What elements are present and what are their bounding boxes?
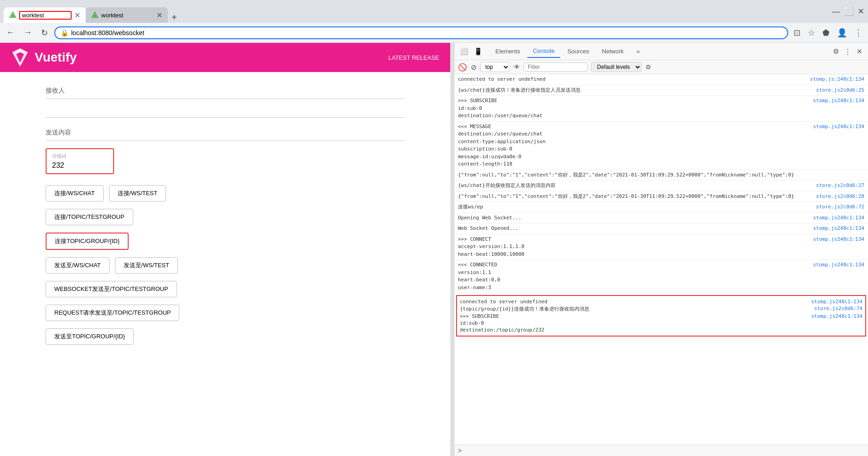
console-filter-toggle-icon[interactable]: ⊘	[471, 63, 477, 72]
devtools-icons: ⬜ 📱	[458, 47, 484, 57]
btn-ws-test-connect[interactable]: 连接/WS/TEST	[109, 185, 166, 202]
devtools-header: ⬜ 📱 Elements Console Sources Network » ⚙…	[454, 43, 868, 60]
tab-elements[interactable]: Elements	[490, 45, 525, 57]
recipient-input[interactable]	[46, 106, 405, 118]
console-clear-icon[interactable]: 🚫	[458, 63, 467, 72]
tab-console[interactable]: Console	[527, 45, 560, 58]
log-entry-7: 连接ws/ep store.js2c0d6:72	[454, 202, 868, 213]
app-header: Vuetify LATEST RELEASE	[0, 43, 450, 72]
window-minimize[interactable]: —	[832, 7, 840, 16]
group-id-box[interactable]: 分组id 232	[46, 148, 114, 174]
button-row-2: 连接/TOPIC/TESTGROUP	[46, 209, 405, 225]
address-input[interactable]	[71, 29, 782, 36]
tab-network[interactable]: Network	[597, 45, 629, 57]
tab-title-2: worktest	[101, 12, 154, 19]
button-row-4: 发送至/WS/CHAT 发送至/WS/TEST	[46, 257, 405, 274]
back-button[interactable]: ←	[4, 26, 17, 39]
window-maximize[interactable]: ⬜	[844, 6, 854, 16]
log-entry-1: {ws/chat}连接成功！准备进行接收指定人员发送消息 store.js2c0…	[454, 85, 868, 96]
console-input[interactable]	[463, 447, 864, 454]
log-entry-highlighted: connected to server undefined stomp.js24…	[456, 295, 866, 337]
settings-gear-icon[interactable]: ⚙	[645, 63, 651, 71]
tab-favicon-2	[91, 11, 99, 19]
app-content: Vuetify LATEST RELEASE 接收人 发送内容 分组id 232	[0, 43, 450, 456]
app-logo: Vuetify	[11, 48, 77, 67]
tab-close-1[interactable]: ✕	[74, 11, 80, 20]
log-entry-3: <<< MESSAGE destination:/user/queue/chat…	[454, 122, 868, 170]
browser-chrome: worktest ✕ worktest ✕ + — ⬜ ✕	[0, 0, 868, 23]
browser-tab-1[interactable]: worktest ✕	[4, 7, 86, 23]
eye-icon[interactable]: 👁	[514, 63, 520, 71]
app-logo-text: Vuetify	[35, 50, 77, 65]
inspect-element-icon[interactable]: ⬜	[458, 47, 470, 57]
btn-request-send-topic-testgroup[interactable]: REQUEST请求发送至/TOPIC/TESTGROUP	[46, 305, 179, 321]
new-tab-button[interactable]: +	[168, 12, 181, 23]
log-entry-8: Opening Web Socket... stomp.js248c1:134	[454, 213, 868, 224]
button-row-3: 连接TOPIC/GROUP/{ID}	[46, 233, 405, 250]
app-header-right: LATEST RELEASE	[388, 54, 439, 61]
btn-send-ws-chat[interactable]: 发送至/WS/CHAT	[46, 257, 109, 274]
btn-websocket-send-topic-testgroup[interactable]: WEBSOCKET发送至/TOPIC/TESTGROUP	[46, 281, 177, 297]
console-prompt-icon: >	[458, 447, 462, 454]
tab-title-1: worktest	[19, 11, 72, 20]
log-entry-10: >>> CONNECT accept-version:1.1,1.0 heart…	[454, 234, 868, 260]
devtools-panel: ⬜ 📱 Elements Console Sources Network » ⚙…	[454, 43, 868, 456]
devtools-footer: >	[454, 445, 868, 456]
toolbar-actions: ⊡ ☆ ⬟ 👤 ⋮	[792, 26, 864, 40]
tab-sources[interactable]: Sources	[562, 45, 595, 57]
button-row-7: 发送至TOPIC/GROUP/{ID}	[46, 328, 405, 345]
profile-icon[interactable]: 👤	[835, 26, 849, 40]
content-section: 发送内容 分组id 232	[46, 129, 405, 174]
button-row-6: REQUEST请求发送至/TOPIC/TESTGROUP	[46, 305, 405, 321]
btn-ws-chat-connect[interactable]: 连接/WS/CHAT	[46, 185, 104, 202]
recipient-label: 接收人	[46, 87, 405, 95]
vuetify-logo-icon	[11, 48, 29, 67]
btn-send-ws-test[interactable]: 发送至/WS/TEST	[115, 257, 178, 274]
browser-tabs: worktest ✕ worktest ✕ +	[4, 0, 181, 23]
btn-topic-testgroup-connect[interactable]: 连接/TOPIC/TESTGROUP	[46, 209, 133, 225]
browser-toolbar: ← → ↻ 🔒 ⊡ ☆ ⬟ 👤 ⋮	[0, 23, 868, 43]
button-row-5: WEBSOCKET发送至/TOPIC/TESTGROUP	[46, 281, 405, 297]
log-entry-4: {"from":null,"to":"1","content":"你好，我是2"…	[454, 170, 868, 181]
app-scrollbar[interactable]	[450, 43, 454, 456]
log-entry-6: {"from":null,"to":"1","content":"你好，我是2"…	[454, 192, 868, 202]
log-entry-9: Web Socket Opened... stomp.js248c1:134	[454, 223, 868, 234]
filter-input[interactable]	[524, 62, 587, 72]
log-entry-11: <<< CONNECTED version:1.1 heart-beat:0,0…	[454, 260, 868, 293]
context-selector[interactable]: top	[480, 62, 510, 72]
cast-icon[interactable]: ⊡	[792, 26, 802, 40]
tab-favicon-1	[9, 11, 16, 19]
content-label: 发送内容	[46, 129, 405, 137]
reload-button[interactable]: ↻	[38, 26, 51, 40]
devtools-body[interactable]: connected to server undefined stomp.js:2…	[454, 74, 868, 445]
devtools-more-icon[interactable]: ⋮	[842, 47, 853, 57]
device-toolbar-icon[interactable]: 📱	[472, 47, 484, 57]
bookmark-icon[interactable]: ☆	[806, 26, 817, 40]
browser-tab-2[interactable]: worktest ✕	[86, 7, 168, 23]
log-entry-0: connected to server undefined stomp.js:2…	[454, 74, 868, 85]
devtools-close-icon[interactable]: ✕	[855, 47, 864, 57]
window-close[interactable]: ✕	[858, 6, 864, 16]
extensions-icon[interactable]: ⬟	[821, 26, 832, 40]
btn-send-topic-group-id[interactable]: 发送至TOPIC/GROUP/{ID}	[46, 328, 134, 345]
group-id-label: 分组id	[52, 153, 108, 160]
menu-icon[interactable]: ⋮	[852, 26, 864, 40]
secure-icon: 🔒	[61, 29, 68, 36]
btn-topic-group-id-connect[interactable]: 连接TOPIC/GROUP/{ID}	[46, 233, 129, 250]
address-bar[interactable]: 🔒	[54, 26, 788, 39]
main-layout: Vuetify LATEST RELEASE 接收人 发送内容 分组id 232	[0, 43, 868, 456]
tab-close-2[interactable]: ✕	[156, 11, 162, 20]
recipient-section: 接收人	[46, 87, 405, 118]
button-row-1: 连接/WS/CHAT 连接/WS/TEST	[46, 185, 405, 202]
devtools-toolbar: 🚫 ⊘ top 👁 Default levels ⚙	[454, 60, 868, 74]
log-entry-2: >>> SUBSCRIBE id:sub-0 destination:/user…	[454, 96, 868, 122]
app-body: 接收人 发送内容 分组id 232 连接/WS/CHAT 连接/WS/TEST	[0, 72, 450, 456]
forward-button[interactable]: →	[21, 26, 35, 39]
tab-more[interactable]: »	[631, 45, 645, 57]
group-id-value: 232	[52, 161, 108, 170]
log-entry-5: {ws/chat}开始接收指定人发送的消息内容 store.js2c0d6:27	[454, 181, 868, 192]
level-selector[interactable]: Default levels	[591, 62, 642, 72]
settings-icon[interactable]: ⚙	[831, 47, 841, 57]
